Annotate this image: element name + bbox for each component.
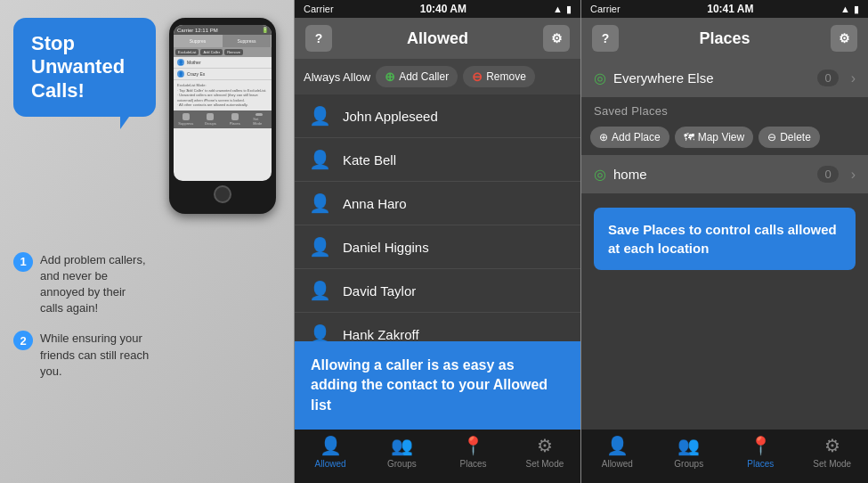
nav-groups[interactable]: 👥 Groups xyxy=(379,435,424,478)
setmode-nav-icon: ⚙ xyxy=(537,435,553,456)
contact-icon-david: 👤 xyxy=(307,278,332,303)
chevron-right-icon: › xyxy=(851,70,856,86)
plus-icon: ⊕ xyxy=(385,70,395,84)
phone-tab-suppress2: Suppress xyxy=(223,35,272,47)
allowed-nav-icon: 👤 xyxy=(320,435,342,456)
carrier-text-2: Carrier xyxy=(304,4,334,14)
add-caller-label: Add Caller xyxy=(399,70,449,83)
allowed-nav-icon-3: 👤 xyxy=(606,435,629,456)
contact-icon-daniel: 👤 xyxy=(307,234,332,259)
allowed-callout-text: Allowing a caller is as easy as adding t… xyxy=(311,356,564,415)
time-text-3: 10:41 AM xyxy=(707,3,753,15)
home-place-row[interactable]: ◎ home 0 › xyxy=(581,155,868,193)
app-header-2: ? Allowed ⚙ xyxy=(295,18,580,59)
phone-tab-suppress: Suppres xyxy=(174,35,223,47)
nav-setmode-label: Set Mode xyxy=(525,459,564,469)
feature-item-1: 1 Add problem callers, and never be anno… xyxy=(13,252,151,317)
contact-item-anna[interactable]: 👤 Anna Haro xyxy=(295,182,580,225)
speech-bubble: Stop Unwanted Calls! xyxy=(13,18,156,117)
contact-icon-hank: 👤 xyxy=(307,322,332,341)
speech-bubble-text: Stop Unwanted Calls! xyxy=(31,32,125,102)
phone-nav-suppress: Suppress xyxy=(180,113,192,126)
contacts-list: 👤 John Appleseed 👤 Kate Bell 👤 Anna Haro… xyxy=(295,94,580,341)
minus-icon-places: ⊖ xyxy=(767,131,776,143)
bottom-nav-3: 👤 Allowed 👥 Groups 📍 Places ⚙ Set Mode xyxy=(581,430,868,483)
status-bar-3: Carrier 10:41 AM ▲ ▮ xyxy=(581,0,868,18)
panel-intro: Stop Unwanted Calls! Carrier 12:11 PM 🔋 … xyxy=(0,0,294,483)
allowed-callout: Allowing a caller is as easy as adding t… xyxy=(295,341,580,430)
app-title-2: Allowed xyxy=(332,29,543,48)
nav-allowed[interactable]: 👤 Allowed xyxy=(308,435,353,478)
phone-mockup: Carrier 12:11 PM 🔋 Suppres Suppress Excl… xyxy=(169,18,285,214)
everywhere-count: 0 xyxy=(817,70,838,86)
remove-label: Remove xyxy=(486,70,526,83)
nav-allowed-label-3: Allowed xyxy=(602,459,633,469)
phone-contact-icon2: 👤 xyxy=(177,70,184,78)
remove-button[interactable]: ⊖ Remove xyxy=(463,66,535,87)
always-allow-label: Always Allow xyxy=(304,70,370,84)
phone-nav-groups: Groups xyxy=(204,113,216,126)
phone-screen: Carrier 12:11 PM 🔋 Suppres Suppress Excl… xyxy=(174,25,272,181)
contact-name-daniel: Daniel Higgins xyxy=(343,240,429,255)
settings-button-2[interactable]: ⚙ xyxy=(543,25,570,52)
contact-name-david: David Taylor xyxy=(343,283,416,299)
map-view-button[interactable]: 🗺 Map View xyxy=(675,127,753,148)
phone-bottom-bar: Suppress Groups Places Set Mode xyxy=(174,111,272,128)
always-allow-bar: Always Allow ⊕ Add Caller ⊖ Remove xyxy=(295,59,580,94)
time-text-2: 10:40 AM xyxy=(420,3,466,15)
minus-icon: ⊖ xyxy=(472,70,483,84)
nav-groups-3[interactable]: 👥 Groups xyxy=(667,435,711,478)
groups-nav-icon-3: 👥 xyxy=(677,435,700,456)
settings-button-3[interactable]: ⚙ xyxy=(831,25,857,52)
contact-item-john[interactable]: 👤 John Appleseed xyxy=(295,94,580,138)
saved-places-header: Saved Places xyxy=(581,97,868,123)
places-callout: Save Places to control calls allowed at … xyxy=(594,208,856,270)
contact-name-anna: Anna Haro xyxy=(343,196,407,211)
places-nav-icon: 📍 xyxy=(462,435,484,456)
contact-item-david[interactable]: 👤 David Taylor xyxy=(295,269,580,313)
contact-name-hank: Hank Zakroff xyxy=(343,327,419,341)
contact-item-hank[interactable]: 👤 Hank Zakroff xyxy=(295,313,580,341)
nav-places[interactable]: 📍 Places xyxy=(451,435,496,478)
nav-setmode-3[interactable]: ⚙ Set Mode xyxy=(810,435,855,478)
map-view-label: Map View xyxy=(698,131,744,143)
delete-button[interactable]: ⊖ Delete xyxy=(758,127,820,148)
phone-contact-icon: 👤 xyxy=(177,59,184,66)
phone-status-text: Carrier 12:11 PM xyxy=(177,28,218,33)
bottom-nav-2: 👤 Allowed 👥 Groups 📍 Places ⚙ Set Mode xyxy=(295,430,580,483)
help-button-3[interactable]: ? xyxy=(592,25,619,52)
phone-home-button xyxy=(214,185,231,203)
phone-status-bar: Carrier 12:11 PM 🔋 xyxy=(174,25,272,35)
phone-nav-setmode: Set Mode xyxy=(253,113,265,126)
contact-item-daniel[interactable]: 👤 Daniel Higgins xyxy=(295,225,580,269)
app-header-3: ? Places ⚙ xyxy=(581,18,868,59)
phone-info-text: ExcludeList Mode: · Tap 'Add Caller' to … xyxy=(174,80,272,111)
nav-places-label-3: Places xyxy=(747,459,774,469)
help-button-2[interactable]: ? xyxy=(305,25,332,52)
feature-num-1: 1 xyxy=(13,252,33,272)
phone-nav-places: Places xyxy=(229,113,241,126)
everywhere-label: Everywhere Else xyxy=(613,70,810,86)
phone-battery-icon: 🔋 xyxy=(262,27,268,33)
nav-allowed-label: Allowed xyxy=(315,459,346,469)
nav-setmode-label-3: Set Mode xyxy=(813,459,851,469)
everywhere-row[interactable]: ◎ Everywhere Else 0 › xyxy=(581,59,868,97)
nav-allowed-3[interactable]: 👤 Allowed xyxy=(595,435,639,478)
feature-text-1: Add problem callers, and never be annoye… xyxy=(40,252,151,317)
home-label: home xyxy=(613,167,810,182)
contact-icon-john: 👤 xyxy=(307,103,332,128)
feature-item-2: 2 While ensuring your friends can still … xyxy=(13,331,151,380)
location-icon: ◎ xyxy=(594,70,606,86)
contact-item-kate[interactable]: 👤 Kate Bell xyxy=(295,138,580,182)
nav-setmode[interactable]: ⚙ Set Mode xyxy=(523,435,567,478)
status-icons-2: ▲ ▮ xyxy=(553,4,572,15)
app-title-3: Places xyxy=(619,29,831,48)
nav-groups-label-3: Groups xyxy=(674,459,703,469)
groups-nav-icon: 👥 xyxy=(391,435,413,456)
nav-places-3[interactable]: 📍 Places xyxy=(738,435,783,478)
add-place-button[interactable]: ⊕ Add Place xyxy=(590,127,669,148)
saved-places-section: Saved Places ⊕ Add Place 🗺 Map View ⊖ De… xyxy=(581,97,868,430)
add-caller-button[interactable]: ⊕ Add Caller xyxy=(376,66,458,87)
contact-icon-kate: 👤 xyxy=(307,147,332,172)
battery-icon-2: ▮ xyxy=(566,4,572,15)
